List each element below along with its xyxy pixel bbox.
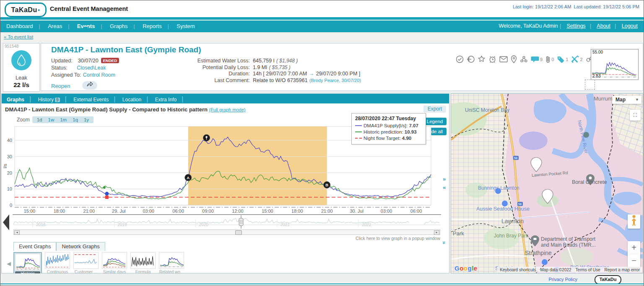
comment-meta[interactable]: (Brody Pearce, 30/07/20) [309,78,361,83]
share-nodes-icon[interactable] [520,55,528,63]
circle-back-icon[interactable] [467,55,475,63]
full-graph-mode-link[interactable]: (Full graph mode) [209,107,246,112]
app-title: Central Event Management [50,5,128,12]
horizontal-scrollbar[interactable]: ◂ ▸ [13,229,440,235]
share-button[interactable] [82,81,97,90]
status-label: Status: [51,65,68,71]
zoom-1w[interactable]: 1w [45,117,57,122]
scrollbar-thumb[interactable] [235,230,242,235]
zoom-1q[interactable]: 1q [70,117,81,122]
session-info: Last login: 19/12/22 2:06 AM Last update… [513,4,639,9]
water-loss-cost: ( $1,948 ) [276,58,298,64]
back-to-event-list-link[interactable]: « To event list [4,34,33,39]
comments-count: 9 [540,57,543,62]
tab-graphs[interactable]: Graphs [2,95,29,103]
svg-text:30. Jul: 30. Jul [350,209,363,214]
envelope-icon[interactable] [499,56,508,62]
pegman-streetview[interactable] [628,214,640,229]
svg-text:06:00: 06:00 [172,209,184,214]
comments-icon[interactable]: 9 [531,56,543,63]
takadu-event-page: TaKaDu● Central Event Management Last lo… [0,0,644,286]
svg-text:29. Jul: 29. Jul [112,209,125,214]
fullscreen-button[interactable]: ⛶ [630,110,641,121]
tab-extra-info[interactable]: Extra Info [150,95,182,103]
tab-external-events[interactable]: External Events [68,95,114,103]
nav-dashboard[interactable]: Dashboard [0,21,39,29]
footer-takadu-logo[interactable]: TaKaDu [595,275,621,284]
timeline-navigator[interactable]: 20182019202020212022 [13,215,441,229]
zoom-out-button[interactable]: − [628,254,640,267]
thumbs-prev-icon[interactable]: ◀ [7,260,11,267]
workorders-icon[interactable]: 2 [571,55,582,63]
map-panel[interactable]: 58 58 UniSC Moreton Bay Murrumba Downs L… [451,93,643,273]
collapse-down-icon[interactable]: » [441,241,447,244]
navigator-year-label: 2018 [36,222,46,227]
google-logo[interactable]: Google [454,265,478,272]
circle-check-icon[interactable] [456,55,464,63]
assigned-value[interactable]: Control Room [83,72,115,78]
nav-system[interactable]: System [171,21,200,29]
water-loss-label: Estimated Water Loss: [197,58,250,64]
export-button[interactable]: Export [423,106,446,113]
event-type-label: Leak [3,75,39,81]
attachments-icon[interactable]: 0 [545,55,554,63]
map-type-dropdown[interactable]: Map▼ [612,96,641,104]
updated-value: 30/07/20 [78,58,99,64]
nav-events[interactable]: Events [71,21,101,29]
keyboard-shortcuts-link[interactable]: Keyboard shortcuts [500,268,536,272]
breadcrumb-row: « To event list [0,32,644,42]
tab-location[interactable]: Location [117,95,146,103]
tags-count: 1 [566,57,568,62]
svg-text:15:00: 15:00 [24,209,36,214]
duration-end: 29/07/20 9:00 PM ] [316,71,361,77]
event-mini-chart[interactable]: 55.00 2.83 [591,49,639,80]
star-icon[interactable] [478,55,486,63]
zoom-1d[interactable]: 1d [34,117,45,122]
event-title: DMA41P - Lawnton East (Gympie Road) [51,45,201,54]
comment-label: Last Comment: [214,77,250,83]
selection-tool-button[interactable] [585,80,595,90]
tab-event-graphs[interactable]: Event Graphs [13,242,56,251]
svg-text:15:00: 15:00 [262,209,273,214]
last-updated: Last updated: 19/12/22 5:06 PM [574,4,639,9]
nav-areas[interactable]: Areas [42,21,68,29]
zoom-1y[interactable]: 1y [81,117,92,122]
navigator-back-arrow[interactable] [3,214,9,230]
scrollbar-right-button[interactable]: ▸ [434,230,439,235]
location-pin-icon[interactable] [511,55,517,63]
status-value[interactable]: Closed\Leak [77,65,106,71]
nav-graphs[interactable]: Graphs [104,21,134,29]
reopen-button[interactable]: Reopen [51,83,70,89]
logout-link[interactable]: Logout [622,23,638,29]
settings-link[interactable]: Settings [566,23,585,29]
tab-history[interactable]: History9 [33,95,65,103]
svg-text:21:00: 21:00 [321,209,333,214]
svg-text:18:00: 18:00 [291,209,303,214]
privacy-policy-link[interactable]: Privacy Policy [549,277,577,282]
about-link[interactable]: About [597,23,610,29]
scroll-left-icon[interactable]: « [443,184,446,191]
tab-network-graphs[interactable]: Network Graphs [56,242,105,251]
nav-reports[interactable]: Reports [137,21,168,29]
chart-tooltip: 28/07/2020 22:47 Tuesday DMA41P Supply[l… [351,113,426,144]
tooltip-target-row: Night flow Target: 4.90 [355,136,422,141]
scrollbar-left-button[interactable]: ◂ [14,230,20,235]
svg-text:l/s: l/s [3,164,8,169]
zoom-1m[interactable]: 1m [57,117,70,122]
scroll-right-icon[interactable]: » [443,176,446,182]
duration-label: Duration: [229,71,250,77]
tags-icon[interactable]: 1 [557,56,568,63]
alarm-icon[interactable] [488,55,496,63]
terms-link[interactable]: Terms of Use [576,268,600,272]
duration-arrow: → [309,71,314,77]
svg-text:03:00: 03:00 [143,209,154,214]
report-error-link[interactable]: Report a map error [605,268,640,272]
popup-graph-link[interactable]: Click here to view graph in a popup wind… [2,236,440,241]
zoom-in-button[interactable]: + [628,241,640,254]
event-summary-panel: DMA41P - Lawnton East (Gympie Road) Upda… [41,43,643,91]
updated-label: Updated: [51,58,73,64]
tooltip-supply-row: DMA41P Supply[l/s]: 7.07 [355,123,422,128]
takadu-logo[interactable]: TaKaDu● [5,3,47,17]
graph-title: DMA41P - Lawnton East (Gympie Road) Supp… [5,106,245,113]
svg-text:12:00: 12:00 [232,209,244,214]
